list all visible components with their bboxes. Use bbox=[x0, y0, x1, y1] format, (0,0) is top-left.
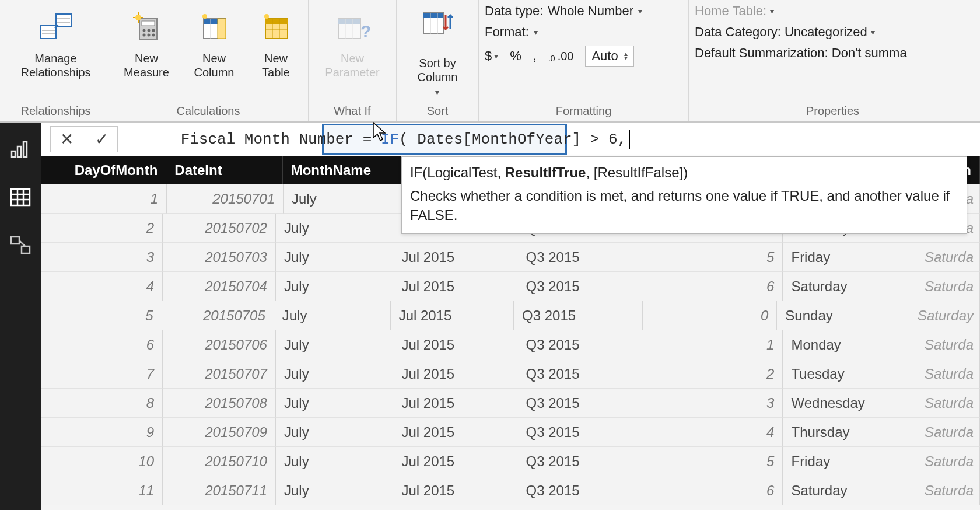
cell-dom[interactable]: 5 bbox=[41, 301, 162, 330]
cell-dom[interactable]: 3 bbox=[41, 243, 163, 272]
cell-end[interactable]: Saturda bbox=[916, 359, 980, 389]
cell-end[interactable]: Saturda bbox=[916, 272, 980, 301]
chevron-down-icon[interactable]: ▾ bbox=[638, 6, 642, 16]
cell-num[interactable]: 6 bbox=[648, 476, 783, 505]
table-row[interactable]: 520150705JulyJul 2015Q3 20150SundaySatur… bbox=[41, 301, 980, 330]
cell-num[interactable]: 2 bbox=[648, 359, 783, 389]
cell-dom[interactable]: 6 bbox=[41, 330, 163, 359]
cell-num[interactable]: 5 bbox=[648, 447, 783, 476]
cell-qy[interactable]: Q3 2015 bbox=[517, 476, 648, 505]
cell-dint[interactable]: 20150701 bbox=[167, 184, 284, 214]
manage-relationships-button[interactable]: Manage Relationships bbox=[9, 4, 102, 94]
cell-num[interactable]: 4 bbox=[648, 418, 783, 447]
table-row[interactable]: 720150707JulyJul 2015Q3 20152TuesdaySatu… bbox=[41, 359, 980, 389]
cell-day[interactable]: Saturday bbox=[783, 272, 916, 301]
cell-dint[interactable]: 20150711 bbox=[163, 476, 276, 505]
cell-mname[interactable]: July bbox=[276, 243, 393, 272]
table-row[interactable]: 1120150711JulyJul 2015Q3 20156SaturdaySa… bbox=[41, 476, 980, 505]
data-view-button[interactable] bbox=[8, 184, 33, 210]
cell-mname[interactable]: July bbox=[276, 214, 393, 243]
cell-dint[interactable]: 20150709 bbox=[163, 418, 276, 447]
cell-dint[interactable]: 20150708 bbox=[163, 389, 276, 418]
cell-qy[interactable]: Q3 2015 bbox=[517, 359, 648, 389]
cell-mname[interactable]: July bbox=[276, 476, 393, 505]
cell-num[interactable]: 6 bbox=[648, 272, 783, 301]
cell-day[interactable]: Wednesday bbox=[783, 389, 916, 418]
cell-mname[interactable]: July bbox=[276, 359, 393, 389]
cell-day[interactable]: Friday bbox=[783, 447, 916, 476]
cell-qy[interactable]: Q3 2015 bbox=[517, 418, 648, 447]
table-row[interactable]: 920150709JulyJul 2015Q3 20154ThursdaySat… bbox=[41, 418, 980, 447]
cell-end[interactable]: Saturda bbox=[916, 418, 980, 447]
table-row[interactable]: 320150703JulyJul 2015Q3 20155FridaySatur… bbox=[41, 243, 980, 272]
cell-day[interactable]: Tuesday bbox=[783, 359, 916, 389]
cell-day[interactable]: Sunday bbox=[777, 301, 909, 330]
default-summarization-dropdown[interactable]: Default Summarization: Don't summa bbox=[695, 46, 940, 61]
percent-button[interactable]: % bbox=[510, 48, 522, 64]
cell-my[interactable]: Jul 2015 bbox=[393, 389, 517, 418]
cell-my[interactable]: Jul 2015 bbox=[393, 330, 517, 359]
cell-end[interactable]: Saturday bbox=[909, 301, 980, 330]
cell-dint[interactable]: 20150704 bbox=[163, 272, 276, 301]
cell-qy[interactable]: Q3 2015 bbox=[514, 301, 643, 330]
decimal-places-input[interactable]: Auto ▴▾ bbox=[585, 46, 634, 67]
cell-mname[interactable]: July bbox=[274, 301, 391, 330]
cell-mname[interactable]: July bbox=[276, 330, 393, 359]
cell-my[interactable]: Jul 2015 bbox=[393, 272, 517, 301]
cell-end[interactable]: Saturda bbox=[916, 447, 980, 476]
cell-dom[interactable]: 11 bbox=[41, 476, 163, 505]
new-measure-button[interactable]: New Measure bbox=[114, 4, 178, 94]
cell-qy[interactable]: Q3 2015 bbox=[517, 243, 648, 272]
cell-dom[interactable]: 10 bbox=[41, 447, 163, 476]
chevron-down-icon[interactable]: ▾ bbox=[534, 27, 538, 37]
comma-button[interactable]: , bbox=[533, 48, 537, 64]
cell-num[interactable]: 0 bbox=[643, 301, 777, 330]
spinner-icon[interactable]: ▴▾ bbox=[624, 52, 628, 60]
new-table-button[interactable]: New Table bbox=[250, 4, 302, 94]
cell-num[interactable]: 5 bbox=[648, 243, 783, 272]
home-table-dropdown[interactable]: Home Table: ▾ bbox=[695, 4, 940, 19]
table-row[interactable]: 1020150710JulyJul 2015Q3 20155FridaySatu… bbox=[41, 447, 980, 476]
table-row[interactable]: 620150706JulyJul 2015Q3 20151MondaySatur… bbox=[41, 330, 980, 359]
sort-by-column-button[interactable]: Sort by Column ▾ bbox=[402, 4, 473, 94]
cell-qy[interactable]: Q3 2015 bbox=[517, 272, 648, 301]
formula-input[interactable]: Fiscal Month Number = IF( Dates[MonthOfY… bbox=[123, 123, 980, 156]
cell-mname[interactable]: July bbox=[276, 389, 393, 418]
cell-end[interactable]: Saturda bbox=[916, 389, 980, 418]
cell-dint[interactable]: 20150706 bbox=[163, 330, 276, 359]
cell-mname[interactable]: July bbox=[276, 447, 393, 476]
table-row[interactable]: 420150704JulyJul 2015Q3 20156SaturdaySat… bbox=[41, 272, 980, 301]
cell-dint[interactable]: 20150703 bbox=[163, 243, 276, 272]
new-column-button[interactable]: New Column bbox=[186, 4, 243, 94]
cell-qy[interactable]: Q3 2015 bbox=[517, 389, 648, 418]
cell-day[interactable]: Saturday bbox=[783, 476, 916, 505]
cell-dint[interactable]: 20150707 bbox=[163, 359, 276, 389]
cell-dom[interactable]: 1 bbox=[41, 184, 167, 214]
cell-dom[interactable]: 2 bbox=[41, 214, 163, 243]
cell-mname[interactable]: July bbox=[276, 418, 393, 447]
cell-dom[interactable]: 8 bbox=[41, 389, 163, 418]
cell-dint[interactable]: 20150702 bbox=[163, 214, 276, 243]
cell-qy[interactable]: Q3 2015 bbox=[517, 330, 648, 359]
cell-my[interactable]: Jul 2015 bbox=[393, 476, 517, 505]
commit-formula-button[interactable]: ✓ bbox=[92, 130, 111, 149]
cell-dint[interactable]: 20150705 bbox=[162, 301, 274, 330]
cell-mname[interactable]: July bbox=[276, 272, 393, 301]
cell-day[interactable]: Monday bbox=[783, 330, 916, 359]
cell-dom[interactable]: 7 bbox=[41, 359, 163, 389]
cancel-formula-button[interactable]: ✕ bbox=[57, 130, 76, 149]
table-row[interactable]: 820150708JulyJul 2015Q3 20153WednesdaySa… bbox=[41, 389, 980, 418]
cell-num[interactable]: 1 bbox=[648, 330, 783, 359]
model-view-button[interactable] bbox=[8, 232, 33, 258]
report-view-button[interactable] bbox=[8, 137, 33, 162]
data-category-dropdown[interactable]: Data Category: Uncategorized ▾ bbox=[695, 25, 940, 40]
cell-dint[interactable]: 20150710 bbox=[163, 447, 276, 476]
cell-my[interactable]: Jul 2015 bbox=[393, 243, 517, 272]
cell-day[interactable]: Thursday bbox=[783, 418, 916, 447]
cell-day[interactable]: Friday bbox=[783, 243, 916, 272]
currency-button[interactable]: $ ▾ bbox=[485, 48, 498, 64]
datatype-value[interactable]: Whole Number bbox=[548, 4, 634, 19]
cell-qy[interactable]: Q3 2015 bbox=[517, 447, 648, 476]
cell-end[interactable]: Saturda bbox=[916, 330, 980, 359]
cell-my[interactable]: Jul 2015 bbox=[393, 447, 517, 476]
